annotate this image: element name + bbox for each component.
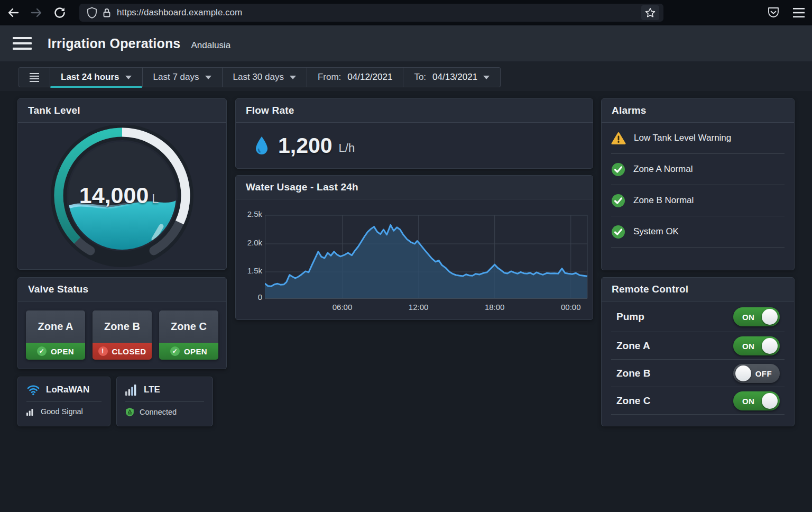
network-name: LTE xyxy=(144,385,160,395)
valve-tile-zone-b[interactable]: Zone B ! CLOSED xyxy=(93,310,152,360)
from-value[interactable]: 04/12/2021 xyxy=(347,72,392,83)
check-icon: ✓ xyxy=(37,346,47,356)
valve-zone-label: Zone B xyxy=(93,310,152,343)
page-subtitle: Andalusia xyxy=(191,40,230,51)
chevron-down-icon xyxy=(290,76,296,79)
card-title: Flow Rate xyxy=(236,99,593,123)
url-text[interactable]: https://dashboard.example.com xyxy=(117,7,641,18)
chart-x-tick: 06:00 xyxy=(324,303,361,312)
browser-toolbar: https://dashboard.example.com xyxy=(0,0,812,25)
tab-last-30-days[interactable]: Last 30 days xyxy=(222,68,307,87)
water-drop-icon xyxy=(254,135,270,156)
date-to-field[interactable]: To: 04/13/2021 xyxy=(403,68,500,87)
valve-status-label: OPEN xyxy=(51,347,74,356)
reload-button[interactable] xyxy=(50,3,70,23)
tab-label: Last 7 days xyxy=(153,72,199,83)
pocket-button[interactable] xyxy=(767,6,780,20)
chevron-down-icon xyxy=(483,76,490,79)
lock-icon xyxy=(102,7,112,18)
cellular-bars-icon xyxy=(125,384,138,396)
url-bar[interactable]: https://dashboard.example.com xyxy=(79,4,663,22)
exclamation-icon: ! xyxy=(98,346,108,356)
alarm-label: Zone B Normal xyxy=(633,195,694,206)
lte-card: LTE Connected xyxy=(116,377,213,426)
tank-level-unit: L xyxy=(152,192,159,206)
tab-label: Last 30 days xyxy=(233,72,284,83)
forward-arrow-icon xyxy=(29,5,44,20)
signal-status-text: Good Signal xyxy=(41,407,83,416)
flow-rate-value: 1,200 xyxy=(278,133,333,158)
alarm-row: Low Tank Level Warning xyxy=(611,123,785,154)
toggle-state-label: ON xyxy=(742,312,754,321)
chart-x-tick: 18:00 xyxy=(476,303,513,312)
page-title: Irrigation Operations xyxy=(48,36,180,51)
zone-c-toggle[interactable]: ON xyxy=(733,391,780,410)
toggle-knob xyxy=(762,393,778,409)
menu-icon xyxy=(792,7,806,19)
divider xyxy=(125,401,204,402)
app-menu-button[interactable] xyxy=(13,37,32,50)
chart-y-tick: 0 xyxy=(240,292,262,301)
lorawan-card: LoRaWAN Good Signal xyxy=(17,377,110,426)
network-name: LoRaWAN xyxy=(46,385,89,395)
water-usage-chart-card: Water Usage - Last 24h 2.5k2.0k1.5k006:0… xyxy=(235,175,593,320)
alarm-label: System OK xyxy=(633,226,679,237)
wifi-icon xyxy=(26,384,40,396)
alarm-row: System OK xyxy=(611,216,785,248)
back-button[interactable] xyxy=(3,3,23,23)
list-icon xyxy=(30,73,39,82)
zone-b-toggle[interactable]: OFF xyxy=(733,364,780,383)
alarms-card: Alarms Low Tank Level Warning Zone A Nor… xyxy=(601,98,795,270)
pump-toggle[interactable]: ON xyxy=(733,307,780,326)
valve-zone-label: Zone C xyxy=(159,310,218,343)
remote-row-label: Pump xyxy=(616,311,644,323)
star-icon xyxy=(644,7,656,19)
view-options-button[interactable] xyxy=(19,68,50,87)
chevron-down-icon xyxy=(205,76,211,79)
shield-icon xyxy=(87,7,97,19)
bookmark-star-button[interactable] xyxy=(641,5,659,20)
signal-bars-icon xyxy=(26,407,35,416)
filter-strip: Last 24 hours Last 7 days Last 30 days F… xyxy=(0,61,812,91)
valve-zone-label: Zone A xyxy=(26,310,85,343)
zone-a-toggle[interactable]: ON xyxy=(733,336,780,355)
chart-y-tick: 1.5k xyxy=(240,266,262,275)
toggle-state-label: ON xyxy=(742,396,754,405)
tab-last-7-days[interactable]: Last 7 days xyxy=(142,68,222,87)
browser-menu-button[interactable] xyxy=(792,7,806,19)
check-circle-icon xyxy=(611,162,625,177)
from-label: From: xyxy=(318,72,341,83)
chart-y-tick: 2.5k xyxy=(240,209,262,218)
divider xyxy=(26,401,102,402)
card-title: Alarms xyxy=(602,99,794,123)
warning-triangle-icon xyxy=(611,132,626,145)
date-from-field[interactable]: From: 04/12/2021 xyxy=(307,68,403,87)
tank-level-card: Tank Level xyxy=(17,98,227,270)
valve-tile-zone-c[interactable]: Zone C ✓ OPEN xyxy=(159,310,218,360)
usage-area-chart xyxy=(265,214,587,297)
tank-level-number: 14,000 xyxy=(79,182,149,208)
valve-status-card: Valve Status Zone A ✓ OPEN Zone B ! CLOS… xyxy=(17,277,227,369)
valve-status-label: OPEN xyxy=(184,347,207,356)
forward-button[interactable] xyxy=(26,3,47,23)
valve-tile-zone-a[interactable]: Zone A ✓ OPEN xyxy=(26,310,85,360)
tank-level-value: 14,000L xyxy=(79,182,159,208)
remote-row-label: Zone C xyxy=(616,395,650,407)
toggle-state-label: OFF xyxy=(755,369,772,378)
toggle-state-label: ON xyxy=(742,341,754,350)
alarm-label: Low Tank Level Warning xyxy=(634,133,731,143)
valve-status-label: CLOSED xyxy=(112,347,146,356)
chart-x-tick: 00:00 xyxy=(552,303,589,312)
tab-last-24-hours[interactable]: Last 24 hours xyxy=(50,68,142,87)
check-circle-icon xyxy=(611,225,625,239)
alarm-row: Zone B Normal xyxy=(611,185,785,216)
check-circle-icon xyxy=(611,194,625,208)
to-value[interactable]: 04/13/2021 xyxy=(432,72,477,83)
remote-row-pump: Pump ON xyxy=(611,301,785,332)
flow-rate-card: Flow Rate 1,200 L/h xyxy=(235,98,593,169)
remote-row-zone-c: Zone C ON xyxy=(611,387,785,415)
time-range-tabs: Last 24 hours Last 7 days Last 30 days F… xyxy=(19,67,501,87)
flow-rate-unit: L/h xyxy=(339,141,355,155)
remote-row-zone-a: Zone A ON xyxy=(611,332,785,360)
pocket-icon xyxy=(767,6,780,20)
